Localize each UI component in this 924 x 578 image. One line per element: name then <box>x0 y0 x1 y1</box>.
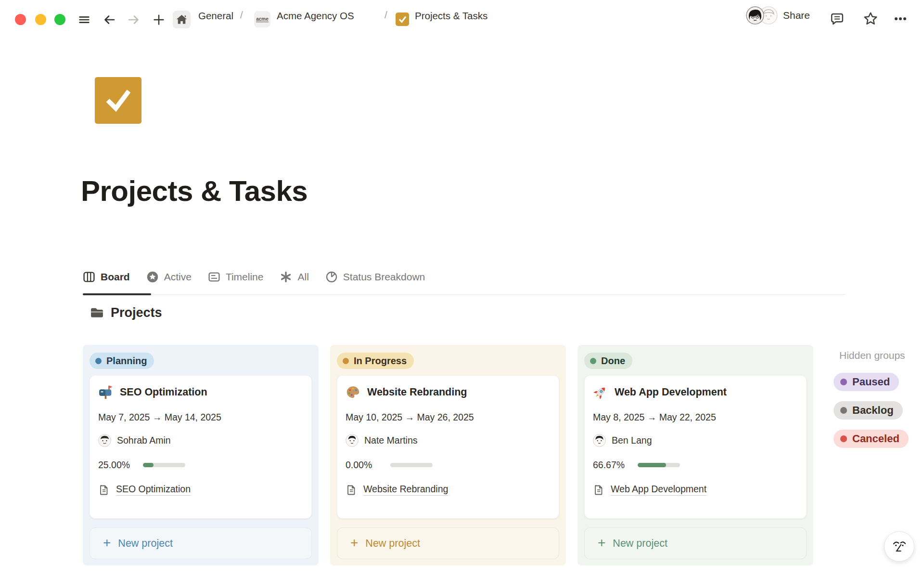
progress-bar <box>390 463 433 467</box>
status-badge-done[interactable]: Done <box>584 353 632 369</box>
page-icon <box>98 484 110 496</box>
assignee-avatar <box>346 434 359 447</box>
page-icon <box>593 484 604 496</box>
page-icon <box>346 484 357 496</box>
hidden-group-canceled[interactable]: Canceled <box>834 430 909 448</box>
acme-logo[interactable]: acme <box>254 11 270 27</box>
favorite-star-icon[interactable] <box>862 11 879 27</box>
project-card-seo-optimization[interactable]: SEO Optimization May 7, 2025 → May 14, 2… <box>90 375 312 519</box>
new-project-button-done[interactable]: + New project <box>584 527 807 559</box>
pie-chart-icon <box>325 271 338 283</box>
traffic-light-close[interactable] <box>15 14 26 25</box>
progress-bar <box>638 463 680 467</box>
tab-all[interactable]: All <box>280 271 308 283</box>
card-title: Website Rebranding <box>367 386 467 398</box>
plus-icon: + <box>350 536 358 550</box>
status-dot <box>840 435 847 442</box>
status-dot <box>840 407 847 414</box>
card-date-range: May 8, 2025 → May 22, 2025 <box>593 412 798 423</box>
assignee-avatar <box>593 434 606 447</box>
status-dot <box>590 358 596 364</box>
progress-bar <box>143 463 185 467</box>
breadcrumb-separator: / <box>240 9 243 21</box>
asterisk-icon <box>280 271 292 283</box>
assignee-name: Sohrab Amin <box>117 435 171 446</box>
breadcrumb-acme-agency-os[interactable]: Acme Agency OS <box>277 9 354 22</box>
home-icon <box>176 13 188 26</box>
column-in-progress: In Progress Website Rebranding May 10, 2… <box>330 345 566 565</box>
collaborator-avatars[interactable] <box>746 6 780 25</box>
card-date-range: May 10, 2025 → May 26, 2025 <box>346 412 551 423</box>
progress-label: 0.00% <box>346 460 384 471</box>
timeline-icon <box>208 271 220 283</box>
share-button[interactable]: Share <box>783 9 810 22</box>
column-done: Done Web App Development May 8, 2025 → M… <box>578 345 813 565</box>
comments-icon[interactable] <box>829 11 845 27</box>
rocket-emoji <box>593 385 608 400</box>
plus-icon: + <box>103 536 111 550</box>
traffic-light-zoom[interactable] <box>54 14 65 25</box>
mailbox-emoji <box>98 385 113 400</box>
notion-ai-button[interactable] <box>884 531 914 562</box>
tab-status-breakdown[interactable]: Status Breakdown <box>325 271 425 283</box>
plus-icon: + <box>598 536 605 550</box>
active-tab-underline <box>83 293 151 295</box>
status-badge-planning[interactable]: Planning <box>90 353 154 369</box>
sidebar-menu-icon[interactable] <box>76 12 92 28</box>
window-titlebar: General / acme Acme Agency OS / Projects… <box>0 0 924 31</box>
folder-icon <box>90 305 104 320</box>
breadcrumb-home-chip[interactable] <box>173 11 191 28</box>
project-card-web-app-development[interactable]: Web App Development May 8, 2025 → May 22… <box>584 375 807 519</box>
column-planning: Planning SEO Optimization May 7, 2025 → … <box>83 345 319 565</box>
star-circle-icon <box>146 271 159 283</box>
project-card-website-rebranding[interactable]: Website Rebranding May 10, 2025 → May 26… <box>337 375 559 519</box>
breadcrumb-projects-tasks[interactable]: Projects & Tasks <box>415 9 488 22</box>
card-page-link[interactable]: Web App Development <box>611 484 706 496</box>
tabs-divider <box>83 294 846 295</box>
back-arrow-icon[interactable] <box>101 12 117 28</box>
assignee-name: Nate Martins <box>364 435 418 446</box>
projects-section-header: Projects <box>90 305 162 320</box>
status-dot <box>840 379 847 385</box>
assignee-name: Ben Lang <box>612 435 652 446</box>
card-page-link[interactable]: Website Rebranding <box>363 484 448 496</box>
status-dot <box>343 358 349 364</box>
kanban-board: Planning SEO Optimization May 7, 2025 → … <box>83 345 813 565</box>
card-page-link[interactable]: SEO Optimization <box>116 484 191 496</box>
tab-timeline[interactable]: Timeline <box>208 271 264 283</box>
status-badge-in-progress[interactable]: In Progress <box>337 353 414 369</box>
tab-active[interactable]: Active <box>146 271 192 283</box>
hidden-group-backlog[interactable]: Backlog <box>834 401 903 420</box>
progress-label: 66.67% <box>593 460 631 471</box>
progress-label: 25.00% <box>98 460 136 471</box>
traffic-light-minimize[interactable] <box>35 14 46 25</box>
hidden-group-paused[interactable]: Paused <box>834 373 899 391</box>
breadcrumb-separator: / <box>385 9 387 21</box>
ai-face-icon <box>890 538 909 556</box>
new-project-button-in-progress[interactable]: + New project <box>337 527 559 559</box>
card-date-range: May 7, 2025 → May 14, 2025 <box>98 412 304 423</box>
more-options-icon[interactable] <box>892 11 909 27</box>
forward-arrow-icon[interactable] <box>126 12 142 28</box>
page-icon-gold-checkbox[interactable] <box>95 77 141 124</box>
breadcrumb-general[interactable]: General <box>198 9 233 22</box>
gold-checkbox-icon <box>396 13 409 26</box>
page-title[interactable]: Projects & Tasks <box>81 174 308 208</box>
section-title: Projects <box>111 305 162 320</box>
hidden-groups-title: Hidden groups <box>839 350 924 361</box>
card-title: Web App Development <box>615 386 727 398</box>
assignee-avatar <box>98 434 111 447</box>
board-icon <box>83 271 95 283</box>
collaborator-avatar-1 <box>746 6 764 25</box>
view-tabs: Board Active Timeline All Status Breakdo… <box>83 266 425 288</box>
status-dot <box>95 358 102 364</box>
tab-board[interactable]: Board <box>83 271 130 283</box>
new-project-button-planning[interactable]: + New project <box>90 527 312 559</box>
card-title: SEO Optimization <box>120 386 207 398</box>
palette-emoji <box>346 385 360 400</box>
checkmark-icon <box>103 85 134 116</box>
hidden-groups-panel: Hidden groups Paused Backlog Canceled <box>834 345 924 448</box>
new-page-plus-icon[interactable] <box>151 12 167 28</box>
